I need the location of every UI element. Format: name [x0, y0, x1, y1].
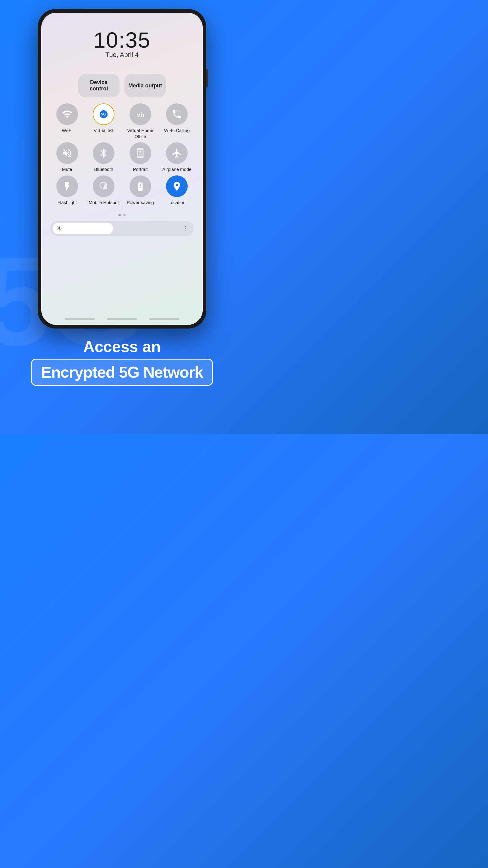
qs-hotspot[interactable]: Mobile Hotspot: [87, 176, 121, 206]
nav-bar: [65, 318, 179, 325]
encrypted-text: Encrypted 5G Network: [41, 364, 203, 381]
hotspot-icon-bg: [93, 176, 115, 197]
control-buttons-row: Device control Media output: [69, 74, 175, 97]
qs-wifi-calling[interactable]: Wi-Fi Calling: [160, 103, 194, 139]
qs-location[interactable]: Location: [160, 176, 194, 206]
side-button: [206, 69, 208, 87]
qs-mute[interactable]: Mute: [50, 142, 84, 173]
dot-1: [119, 214, 121, 216]
phone-mockup: 10:35 Tue, April 4 Device control Media …: [38, 9, 206, 329]
phone-screen: 10:35 Tue, April 4 Device control Media …: [41, 13, 203, 325]
location-icon-bg: [166, 176, 188, 197]
clock-area: 10:35 Tue, April 4: [93, 28, 151, 59]
qs-power-saving[interactable]: Power saving: [124, 176, 157, 206]
flashlight-label: Flashlight: [58, 199, 77, 206]
airplane-icon-bg: [166, 142, 188, 164]
vho-label: Virtual Home Office: [124, 127, 157, 139]
wifi-calling-label: Wi-Fi Calling: [164, 127, 190, 133]
airplane-label: Airplane mode: [162, 166, 192, 173]
brightness-icon: ☀: [56, 224, 62, 232]
qs-airplane[interactable]: Airplane mode: [160, 142, 194, 173]
flashlight-icon-bg: [56, 176, 78, 197]
portrait-label: Portrait: [133, 166, 148, 173]
svg-point-3: [139, 151, 141, 153]
nav-recents: [149, 318, 179, 320]
virtual5g-label: Virtual 5G: [94, 127, 113, 133]
qs-wifi[interactable]: Wi-Fi: [50, 103, 84, 139]
qs-portrait[interactable]: Portrait: [124, 142, 157, 173]
dot-2: [123, 214, 126, 216]
access-an-text: Access an: [31, 338, 213, 355]
qs-virtual-home-office[interactable]: vh Virtual Home Office: [124, 103, 157, 139]
quick-settings-row-1: Wi-Fi 5G Virtual 5G vh: [41, 97, 203, 211]
location-label: Location: [168, 199, 186, 206]
encrypted-box: Encrypted 5G Network: [31, 359, 213, 386]
virtual5g-icon-bg: 5G: [93, 103, 115, 125]
nav-home: [107, 318, 137, 320]
power-saving-icon-bg: [130, 176, 151, 197]
vho-icon-bg: vh: [130, 103, 151, 125]
brightness-fill: ☀: [53, 223, 113, 234]
svg-text:vh: vh: [137, 111, 144, 118]
bottom-text-area: Access an Encrypted 5G Network: [19, 338, 225, 386]
bluetooth-label: Bluetooth: [94, 166, 113, 173]
brightness-slider[interactable]: ☀ ⋮: [50, 221, 194, 236]
clock-time: 10:35: [93, 28, 151, 53]
qs-bluetooth[interactable]: Bluetooth: [87, 142, 121, 173]
power-saving-label: Power saving: [127, 199, 154, 206]
qs-virtual5g[interactable]: 5G Virtual 5G: [87, 103, 121, 139]
wifi-icon-bg: [56, 103, 78, 125]
page-dots: [119, 214, 126, 216]
phone-frame: 10:35 Tue, April 4 Device control Media …: [38, 9, 206, 329]
media-output-button[interactable]: Media output: [124, 74, 166, 97]
mute-label: Mute: [62, 166, 72, 173]
bluetooth-icon-bg: [93, 142, 115, 164]
hotspot-label: Mobile Hotspot: [89, 199, 119, 206]
wifi-label: Wi-Fi: [62, 127, 72, 133]
device-control-button[interactable]: Device control: [78, 74, 120, 97]
portrait-icon-bg: [130, 142, 151, 164]
mute-icon-bg: [56, 142, 78, 164]
wifi-calling-icon-bg: [166, 103, 188, 125]
qs-flashlight[interactable]: Flashlight: [50, 176, 84, 206]
brightness-more[interactable]: ⋮: [182, 225, 189, 232]
nav-back: [65, 318, 95, 320]
svg-text:5G: 5G: [101, 112, 106, 116]
